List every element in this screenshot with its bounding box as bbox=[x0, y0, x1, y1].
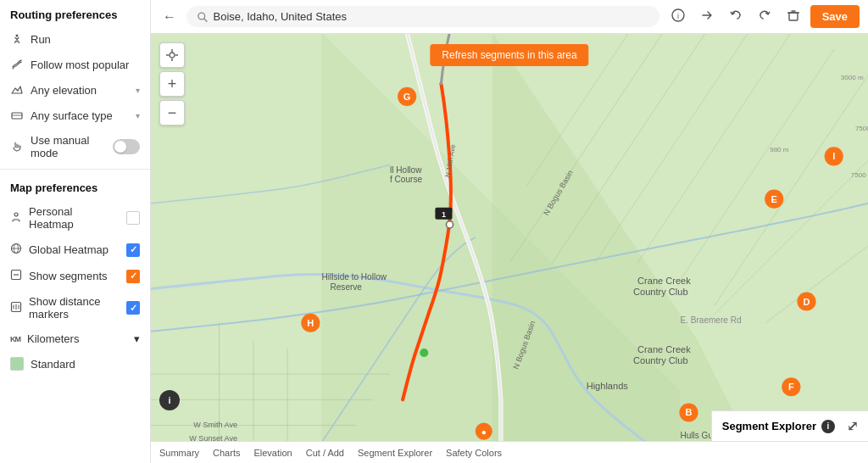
undo-icon bbox=[729, 8, 743, 22]
svg-text:Crane Creek: Crane Creek bbox=[637, 276, 691, 286]
svg-point-0 bbox=[16, 35, 19, 37]
bottombar-cut-add[interactable]: Cut / Add bbox=[306, 448, 344, 458]
bottombar: Summary Charts Elevation Cut / Add Segme… bbox=[151, 441, 868, 463]
redo-button[interactable] bbox=[753, 5, 776, 29]
main-area: ← i Save bbox=[151, 0, 868, 463]
follow-popular-icon bbox=[10, 58, 24, 71]
toggle-knob bbox=[114, 141, 126, 153]
bottombar-segment-explorer[interactable]: Segment Explorer bbox=[358, 448, 432, 458]
sidebar-item-follow-popular[interactable]: Follow most popular bbox=[0, 52, 150, 77]
surface-chevron-icon: ▾ bbox=[136, 111, 140, 120]
zoom-in-button[interactable]: + bbox=[159, 71, 185, 97]
svg-text:1: 1 bbox=[442, 210, 446, 219]
bottombar-elevation[interactable]: Elevation bbox=[253, 448, 292, 458]
sidebar-run-label: Run bbox=[31, 33, 140, 46]
svg-point-68 bbox=[170, 53, 175, 58]
svg-text:f Course: f Course bbox=[390, 175, 422, 184]
segment-explorer-expand-button[interactable]: ⤢ bbox=[847, 418, 858, 434]
global-heatmap-label: Global Heatmap bbox=[29, 243, 120, 256]
distance-markers-icon bbox=[10, 301, 22, 315]
svg-text:Highlands: Highlands bbox=[587, 381, 629, 391]
routing-preferences-title: Routing preferences bbox=[0, 0, 150, 26]
svg-text:7500 m: 7500 m bbox=[855, 125, 868, 132]
standard-label: Standard bbox=[31, 358, 140, 371]
svg-text:W Smith Ave: W Smith Ave bbox=[193, 421, 237, 429]
search-icon bbox=[197, 11, 208, 23]
distance-markers-label: Show distance markers bbox=[29, 295, 120, 321]
topbar-actions: i Save bbox=[666, 5, 860, 29]
locate-button[interactable] bbox=[159, 42, 185, 68]
svg-line-11 bbox=[204, 18, 207, 20]
sidebar-surface-label: Any surface type bbox=[31, 109, 129, 122]
standard-color-icon bbox=[10, 357, 24, 371]
svg-rect-14 bbox=[789, 13, 798, 20]
personal-heatmap-checkbox[interactable] bbox=[126, 211, 140, 225]
svg-text:I: I bbox=[832, 151, 835, 161]
sidebar-item-standard[interactable]: Standard bbox=[0, 351, 150, 377]
svg-text:i: i bbox=[677, 12, 679, 20]
back-button[interactable]: ← bbox=[159, 6, 180, 28]
svg-text:E. Braemere Rd: E. Braemere Rd bbox=[680, 315, 741, 325]
bottombar-summary[interactable]: Summary bbox=[159, 448, 199, 458]
sidebar-item-distance-markers[interactable]: Show distance markers ✓ bbox=[0, 289, 150, 326]
sidebar-divider bbox=[0, 169, 150, 170]
sidebar-item-personal-heatmap[interactable]: Personal Heatmap bbox=[0, 199, 150, 237]
global-heatmap-checkbox[interactable]: ✓ bbox=[126, 243, 140, 257]
redo-icon bbox=[758, 8, 771, 22]
svg-text:980 m: 980 m bbox=[770, 146, 789, 153]
sidebar-follow-popular-label: Follow most popular bbox=[31, 59, 140, 71]
svg-text:Crane Creek: Crane Creek bbox=[637, 344, 691, 354]
sidebar-item-global-heatmap[interactable]: Global Heatmap ✓ bbox=[0, 237, 150, 263]
sidebar-elevation-label: Any elevation bbox=[31, 84, 129, 97]
sidebar-item-manual[interactable]: Use manual mode bbox=[0, 128, 150, 165]
svg-text:H: H bbox=[307, 318, 314, 328]
info-button[interactable]: i bbox=[666, 5, 690, 29]
svg-text:F: F bbox=[788, 382, 794, 392]
show-segments-label: Show segments bbox=[29, 270, 120, 282]
delete-button[interactable] bbox=[782, 5, 805, 29]
sidebar-item-run[interactable]: Run bbox=[0, 26, 150, 52]
share-icon bbox=[700, 8, 714, 22]
svg-point-26 bbox=[446, 221, 453, 228]
personal-heatmap-label: Personal Heatmap bbox=[29, 205, 120, 231]
svg-text:Reserve: Reserve bbox=[331, 282, 363, 292]
refresh-segments-banner[interactable]: Refresh segments in this area bbox=[430, 44, 588, 66]
sidebar-item-show-segments[interactable]: Show segments ✓ bbox=[0, 263, 150, 289]
sidebar-manual-label: Use manual mode bbox=[31, 134, 106, 159]
segment-explorer-label: Segment Explorer bbox=[722, 420, 816, 432]
topbar: ← i Save bbox=[151, 0, 868, 34]
surface-icon bbox=[10, 109, 24, 122]
map-info-button[interactable]: i bbox=[159, 390, 180, 410]
distance-markers-checkbox[interactable]: ✓ bbox=[126, 301, 140, 315]
save-button[interactable]: Save bbox=[810, 5, 860, 28]
manual-mode-toggle[interactable] bbox=[113, 139, 140, 154]
segment-explorer-info-button[interactable]: i bbox=[821, 420, 835, 433]
global-heatmap-icon bbox=[10, 243, 22, 257]
svg-rect-1 bbox=[12, 113, 22, 119]
kilometers-chevron-icon: ▾ bbox=[134, 332, 140, 345]
bottombar-charts[interactable]: Charts bbox=[213, 448, 240, 458]
show-segments-checkbox[interactable]: ✓ bbox=[126, 270, 140, 283]
svg-text:Country Club: Country Club bbox=[633, 287, 688, 297]
zoom-out-button[interactable]: − bbox=[159, 100, 185, 126]
kilometers-label: Kilometers bbox=[27, 332, 127, 345]
sidebar-item-surface[interactable]: Any surface type ▾ bbox=[0, 103, 150, 128]
search-input[interactable] bbox=[213, 10, 648, 23]
share-button[interactable] bbox=[695, 5, 719, 29]
elevation-chevron-icon: ▾ bbox=[136, 86, 140, 95]
svg-text:D: D bbox=[803, 297, 810, 307]
sidebar-item-kilometers[interactable]: KM Kilometers ▾ bbox=[0, 326, 150, 351]
svg-text:●: ● bbox=[481, 427, 487, 437]
map-container[interactable]: 1 ll Hollow f Course Hillside to Hollow … bbox=[151, 34, 868, 441]
search-bar bbox=[186, 6, 659, 27]
run-icon bbox=[10, 32, 24, 46]
sidebar: Routing preferences Run Follow most popu… bbox=[0, 0, 151, 463]
svg-text:G: G bbox=[403, 92, 411, 102]
map-controls: + − bbox=[159, 42, 185, 126]
sidebar-item-elevation[interactable]: Any elevation ▾ bbox=[0, 77, 150, 103]
undo-button[interactable] bbox=[724, 5, 748, 29]
personal-heatmap-icon bbox=[10, 211, 22, 226]
elevation-icon bbox=[10, 83, 24, 97]
km-icon: KM bbox=[10, 335, 20, 343]
bottombar-safety-colors[interactable]: Safety Colors bbox=[446, 448, 502, 458]
